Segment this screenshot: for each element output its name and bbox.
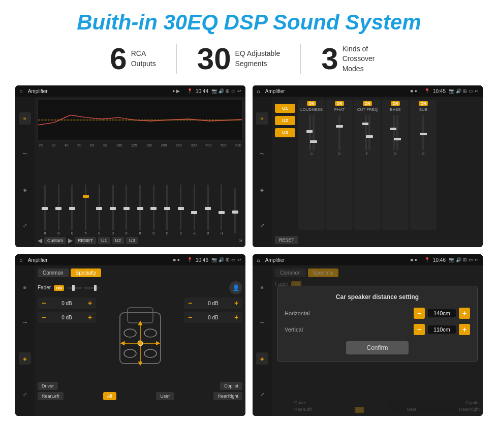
loudness-thumb-2[interactable] bbox=[310, 140, 317, 143]
expand-icon-4[interactable]: ⤢ bbox=[256, 388, 268, 400]
next-arrow[interactable]: ▶ bbox=[68, 237, 73, 244]
vol-plus-2[interactable]: + bbox=[86, 313, 94, 321]
reset-btn-eq[interactable]: RESET bbox=[75, 237, 96, 244]
eq-slider-1[interactable]: 0 bbox=[39, 185, 51, 235]
loudness-slider-2[interactable] bbox=[313, 115, 315, 151]
eq-slider-6[interactable]: 0 bbox=[107, 185, 119, 235]
vertical-minus-btn[interactable]: − bbox=[414, 324, 425, 335]
user-btn[interactable]: User bbox=[156, 392, 174, 400]
vertical-plus-btn[interactable]: + bbox=[459, 324, 470, 335]
slider-track-3[interactable] bbox=[71, 185, 73, 230]
horizontal-minus-btn[interactable]: − bbox=[414, 308, 425, 319]
slider-thumb-7[interactable] bbox=[123, 207, 130, 210]
u2-crossover-btn[interactable]: U2 bbox=[275, 116, 295, 125]
fader-track-2[interactable] bbox=[84, 287, 99, 289]
slider-thumb-11[interactable] bbox=[178, 207, 184, 210]
slider-track-14[interactable] bbox=[221, 185, 222, 230]
phat-thumb[interactable] bbox=[336, 125, 343, 128]
slider-thumb-5[interactable] bbox=[96, 207, 102, 210]
slider-track-9[interactable] bbox=[153, 185, 154, 230]
slider-thumb-3[interactable] bbox=[69, 207, 75, 210]
eq-slider-8[interactable]: 0 bbox=[134, 185, 146, 235]
slider-thumb-9[interactable] bbox=[150, 207, 157, 210]
sub-slider[interactable] bbox=[422, 115, 424, 151]
eq-slider-7[interactable]: 0 bbox=[120, 185, 133, 235]
slider-track-2[interactable] bbox=[58, 185, 59, 230]
u3-crossover-btn[interactable]: U3 bbox=[275, 128, 295, 137]
expand-icon-3[interactable]: ⤢ bbox=[19, 388, 31, 400]
vol-minus-2[interactable]: − bbox=[40, 313, 47, 321]
slider-track-1[interactable] bbox=[44, 185, 46, 230]
eq-slider-10[interactable]: 0 bbox=[161, 185, 174, 235]
all-btn[interactable]: All bbox=[103, 392, 116, 400]
u2-btn[interactable]: U2 bbox=[112, 237, 124, 244]
u3-btn[interactable]: U3 bbox=[126, 237, 138, 244]
fader-thumb-1[interactable] bbox=[72, 285, 75, 291]
cutfreq-slider-2[interactable] bbox=[368, 115, 370, 151]
eq-slider-3[interactable]: 0 bbox=[66, 185, 78, 235]
vol-plus-3[interactable]: + bbox=[233, 299, 240, 307]
slider-track-11[interactable] bbox=[180, 185, 181, 230]
horizontal-plus-btn[interactable]: + bbox=[459, 308, 470, 319]
vol-minus-3[interactable]: − bbox=[186, 299, 194, 307]
eq-slider-2[interactable]: 0 bbox=[52, 185, 65, 235]
tab-common[interactable]: Common bbox=[38, 268, 69, 277]
vol-minus-1[interactable]: − bbox=[40, 299, 47, 307]
slider-track-5[interactable] bbox=[99, 185, 100, 230]
u1-crossover-btn[interactable]: U1 bbox=[275, 104, 295, 113]
bass-thumb-2[interactable] bbox=[394, 138, 401, 140]
speaker-icon[interactable]: ◈ bbox=[19, 184, 31, 196]
prev-arrow[interactable]: ◀ bbox=[38, 237, 42, 244]
slider-track-10[interactable] bbox=[166, 185, 168, 230]
slider-thumb-13[interactable] bbox=[205, 207, 211, 210]
u1-btn[interactable]: U1 bbox=[98, 237, 110, 244]
fader-thumb-2[interactable] bbox=[94, 285, 97, 291]
speaker-icon-3[interactable]: ◈ bbox=[19, 352, 31, 365]
driver-btn[interactable]: Driver bbox=[38, 382, 58, 390]
eq-icon-3[interactable]: ≡ bbox=[19, 281, 31, 293]
expand-icon[interactable]: ⤢ bbox=[19, 219, 31, 231]
rearright-btn[interactable]: RearRight bbox=[213, 392, 242, 400]
eq-icon[interactable]: ≡ bbox=[19, 112, 31, 125]
fader-track-1[interactable] bbox=[67, 287, 82, 289]
eq-slider-5[interactable]: 0 bbox=[93, 185, 106, 235]
slider-thumb-12[interactable] bbox=[191, 211, 197, 214]
slider-thumb-14[interactable] bbox=[219, 211, 225, 214]
bass-slider-1[interactable] bbox=[393, 115, 395, 151]
slider-track-6[interactable] bbox=[112, 185, 114, 230]
speaker-icon-4[interactable]: ◈ bbox=[256, 352, 268, 365]
slider-track-15[interactable] bbox=[234, 188, 236, 234]
slider-thumb-15[interactable] bbox=[232, 211, 238, 214]
slider-track-12[interactable] bbox=[194, 185, 195, 230]
crossover-reset-btn[interactable]: RESET bbox=[275, 236, 298, 244]
vol-plus-4[interactable]: + bbox=[233, 313, 240, 321]
vol-plus-1[interactable]: + bbox=[86, 299, 94, 307]
slider-thumb-1[interactable] bbox=[42, 207, 48, 210]
bass-slider-2[interactable] bbox=[396, 115, 398, 151]
slider-track-13[interactable] bbox=[207, 185, 209, 230]
wave-icon-3[interactable]: 〜 bbox=[19, 317, 31, 329]
eq-slider-14[interactable]: -1 bbox=[215, 185, 228, 235]
cutfreq-slider-1[interactable] bbox=[365, 115, 367, 151]
loudness-slider-1[interactable] bbox=[309, 115, 311, 151]
phat-slider[interactable] bbox=[338, 115, 340, 151]
slider-thumb-4[interactable] bbox=[83, 195, 89, 198]
confirm-button[interactable]: Confirm bbox=[346, 341, 408, 354]
slider-thumb-10[interactable] bbox=[164, 207, 170, 210]
eq-icon-4[interactable]: ≡ bbox=[256, 281, 268, 293]
expand-icon-2[interactable]: ⤢ bbox=[256, 219, 268, 231]
wave-icon-2[interactable]: 〜 bbox=[256, 148, 268, 160]
eq-slider-12[interactable]: -1 bbox=[188, 185, 201, 235]
slider-track-8[interactable] bbox=[139, 185, 141, 230]
eq-slider-15[interactable] bbox=[229, 188, 241, 235]
eq-slider-11[interactable]: 0 bbox=[174, 185, 187, 235]
slider-track-7[interactable] bbox=[126, 185, 127, 230]
wave-icon-4[interactable]: 〜 bbox=[256, 317, 268, 329]
slider-thumb-6[interactable] bbox=[110, 207, 116, 210]
tab-specialty[interactable]: Specialty bbox=[71, 268, 102, 277]
slider-track-4[interactable] bbox=[85, 185, 86, 230]
sub-thumb[interactable] bbox=[420, 133, 427, 135]
eq-slider-13[interactable]: 0 bbox=[202, 185, 214, 235]
eq-slider-4[interactable]: 5 bbox=[79, 185, 92, 235]
speaker-icon-2[interactable]: ◈ bbox=[256, 184, 268, 196]
